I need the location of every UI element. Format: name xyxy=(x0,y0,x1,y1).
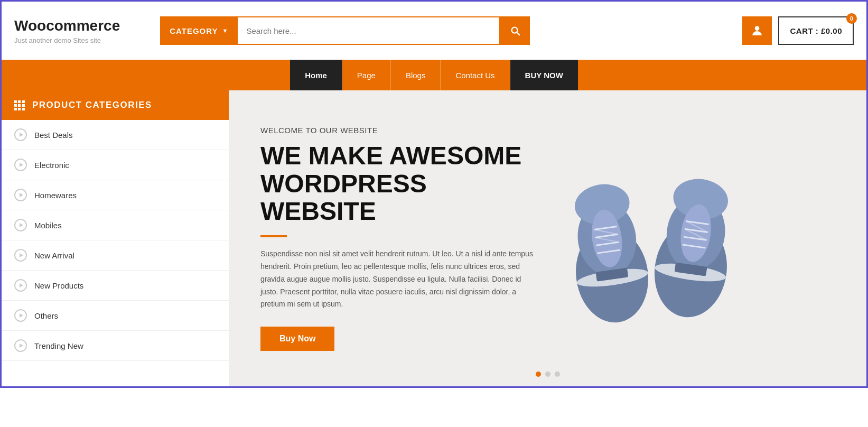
play-icon xyxy=(14,249,27,262)
sidebar-item-label: Best Deals xyxy=(34,131,73,140)
play-icon xyxy=(14,159,27,171)
nav-item-home[interactable]: Home xyxy=(290,60,342,90)
play-icon xyxy=(14,189,27,201)
search-icon xyxy=(509,25,521,36)
navigation-bar: Home Page Blogs Contact Us BUY NOW xyxy=(2,60,866,90)
sidebar-item-new-products[interactable]: New Products xyxy=(2,271,229,301)
search-area: CATEGORY ▼ xyxy=(160,16,530,45)
sidebar-item-mobiles[interactable]: Mobiles xyxy=(2,210,229,240)
dot-3[interactable] xyxy=(555,372,560,377)
sidebar-item-label: New Arrival xyxy=(34,251,74,260)
sidebar-item-trending-new[interactable]: Trending New xyxy=(2,331,229,361)
sidebar-title: PRODUCT CATEGORIES xyxy=(32,100,152,110)
play-icon xyxy=(14,279,27,292)
sidebar-item-electronic[interactable]: Electronic xyxy=(2,150,229,180)
sidebar-item-others[interactable]: Others xyxy=(2,301,229,331)
hero-section: WELCOME TO OUR WEBSITE WE MAKE AWESOME W… xyxy=(229,90,866,386)
sidebar-item-label: New Products xyxy=(34,281,83,290)
cart-badge: 0 xyxy=(846,13,857,24)
play-icon xyxy=(14,128,27,141)
sidebar-item-best-deals[interactable]: Best Deals xyxy=(2,120,229,150)
user-icon xyxy=(750,24,764,38)
hero-cta-label: Buy Now xyxy=(279,334,315,343)
sidebar-item-label: Others xyxy=(34,311,58,320)
hero-title: WE MAKE AWESOME WORDPRESS WEBSITE xyxy=(260,142,535,226)
nav-item-buy-now[interactable]: BUY NOW xyxy=(510,60,578,90)
cart-label: CART : £0.00 xyxy=(790,26,842,35)
hero-pagination xyxy=(536,372,560,377)
play-icon xyxy=(14,339,27,352)
hero-image xyxy=(551,154,741,323)
sidebar-item-new-arrival[interactable]: New Arrival xyxy=(2,240,229,271)
sidebar-item-label: Electronic xyxy=(34,161,69,170)
sidebar: PRODUCT CATEGORIES Best Deals Electronic… xyxy=(2,90,229,386)
grid-icon xyxy=(14,100,25,110)
search-button[interactable] xyxy=(500,16,530,45)
logo-area: Woocommerce Just another demo Sites site xyxy=(14,17,120,44)
category-label: CATEGORY xyxy=(170,26,218,35)
nav-item-blogs[interactable]: Blogs xyxy=(391,60,441,90)
category-button[interactable]: CATEGORY ▼ xyxy=(160,16,238,45)
sidebar-header: PRODUCT CATEGORIES xyxy=(2,90,229,120)
nav-item-contact[interactable]: Contact Us xyxy=(441,60,510,90)
hero-subtitle: WELCOME TO OUR WEBSITE xyxy=(260,126,535,135)
play-icon xyxy=(14,309,27,322)
hero-cta-button[interactable]: Buy Now xyxy=(260,327,334,351)
sidebar-item-label: Trending New xyxy=(34,341,83,350)
play-icon xyxy=(14,219,27,231)
dot-2[interactable] xyxy=(545,372,550,377)
site-title: Woocommerce xyxy=(14,17,120,34)
sidebar-item-label: Mobiles xyxy=(34,221,62,230)
site-header: Woocommerce Just another demo Sites site… xyxy=(2,2,866,60)
hero-divider xyxy=(260,235,287,237)
shoe-illustration xyxy=(556,154,736,323)
svg-point-0 xyxy=(755,26,760,31)
chevron-down-icon: ▼ xyxy=(222,27,229,34)
main-content: PRODUCT CATEGORIES Best Deals Electronic… xyxy=(2,90,866,386)
dot-1[interactable] xyxy=(536,372,541,377)
sidebar-item-homewares[interactable]: Homewares xyxy=(2,180,229,210)
site-subtitle: Just another demo Sites site xyxy=(14,36,120,44)
sidebar-item-label: Homewares xyxy=(34,191,77,200)
hero-text: WELCOME TO OUR WEBSITE WE MAKE AWESOME W… xyxy=(260,126,535,351)
header-right: CART : £0.00 0 xyxy=(742,16,854,45)
cart-button[interactable]: CART : £0.00 0 xyxy=(778,16,854,45)
search-input[interactable] xyxy=(238,16,500,45)
nav-item-page[interactable]: Page xyxy=(342,60,391,90)
user-account-button[interactable] xyxy=(742,16,772,45)
hero-description: Suspendisse non nisl sit amet velit hend… xyxy=(260,248,535,311)
